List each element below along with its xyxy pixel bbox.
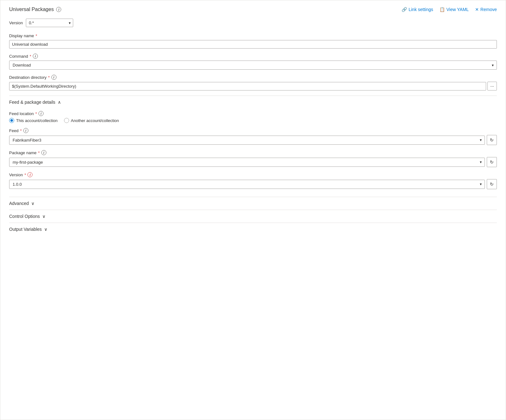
- control-options-section-header[interactable]: Control Options ∨: [9, 210, 497, 223]
- package-name-select[interactable]: my-first-package: [9, 158, 485, 167]
- version-package-refresh-icon: ↻: [490, 182, 494, 187]
- version-package-label: Version * i: [9, 172, 497, 177]
- feed-select-row: FabrikamFiber3 ▾ ↻: [9, 135, 497, 145]
- destination-directory-input[interactable]: [9, 82, 486, 90]
- dest-dir-row: ···: [9, 82, 497, 90]
- feed-select[interactable]: FabrikamFiber3: [9, 136, 485, 145]
- destination-directory-field: Destination directory * i ···: [9, 75, 497, 90]
- yaml-icon: 📋: [439, 7, 445, 12]
- feed-package-section-body: Feed location * i This account/collectio…: [9, 108, 497, 197]
- command-info-icon[interactable]: i: [33, 54, 38, 59]
- command-required: *: [30, 54, 31, 59]
- feed-label: Feed * i: [9, 128, 497, 133]
- package-name-label: Package name * i: [9, 150, 497, 155]
- ellipsis-icon: ···: [490, 84, 494, 89]
- feed-required: *: [20, 128, 22, 133]
- link-icon: 🔗: [402, 7, 407, 12]
- version-select[interactable]: 0.*: [26, 19, 73, 27]
- output-variables-chevron-icon: ∨: [44, 227, 47, 232]
- display-name-required: *: [36, 33, 37, 38]
- destination-directory-label: Destination directory * i: [9, 75, 497, 80]
- radio-another-account[interactable]: Another account/collection: [64, 118, 119, 123]
- radio-another-account-circle: [64, 118, 69, 123]
- display-name-input[interactable]: [9, 40, 497, 49]
- close-icon: ✕: [475, 7, 479, 12]
- browse-button[interactable]: ···: [487, 82, 497, 90]
- package-name-field: Package name * i my-first-package ▾ ↻: [9, 150, 497, 167]
- package-name-select-wrapper: my-first-package ▾: [9, 158, 485, 167]
- package-name-required: *: [38, 150, 40, 155]
- feed-location-field: Feed location * i This account/collectio…: [9, 111, 497, 123]
- page-header: Universal Packages i 🔗 Link settings 📋 V…: [9, 7, 497, 12]
- feed-refresh-button[interactable]: ↻: [487, 135, 497, 145]
- feed-location-info-icon[interactable]: i: [38, 111, 44, 116]
- version-package-required: *: [24, 172, 26, 177]
- version-package-select-wrapper: 1.0.0 ▾: [9, 180, 485, 189]
- feed-location-required: *: [35, 111, 37, 116]
- view-yaml-button[interactable]: 📋 View YAML: [439, 7, 469, 12]
- command-select-wrapper: Download Publish ▾: [9, 61, 497, 70]
- title-info-icon[interactable]: i: [56, 7, 61, 12]
- command-select[interactable]: Download Publish: [9, 61, 497, 70]
- page-title: Universal Packages: [9, 7, 54, 12]
- advanced-chevron-icon: ∨: [31, 201, 34, 206]
- version-package-field: Version * i 1.0.0 ▾ ↻: [9, 172, 497, 189]
- dest-dir-required: *: [48, 75, 50, 80]
- feed-location-label: Feed location * i: [9, 111, 497, 116]
- package-name-refresh-button[interactable]: ↻: [487, 157, 497, 167]
- feed-field: Feed * i FabrikamFiber3 ▾ ↻: [9, 128, 497, 145]
- version-package-select[interactable]: 1.0.0: [9, 180, 485, 189]
- control-options-chevron-icon: ∨: [42, 214, 45, 219]
- command-label: Command * i: [9, 54, 497, 59]
- header-actions: 🔗 Link settings 📋 View YAML ✕ Remove: [402, 7, 497, 12]
- feed-location-radio-group: This account/collection Another account/…: [9, 118, 497, 123]
- feed-package-chevron-icon: ∧: [58, 100, 61, 105]
- feed-info-icon[interactable]: i: [23, 128, 28, 133]
- link-settings-button[interactable]: 🔗 Link settings: [402, 7, 433, 12]
- feed-package-section-header[interactable]: Feed & package details ∧: [9, 96, 497, 108]
- feed-refresh-icon: ↻: [490, 137, 494, 143]
- remove-button[interactable]: ✕ Remove: [475, 7, 497, 12]
- page-title-area: Universal Packages i: [9, 7, 61, 12]
- version-label: Version: [9, 20, 23, 25]
- command-field: Command * i Download Publish ▾: [9, 54, 497, 70]
- version-select-wrapper: 0.* ▾: [26, 19, 73, 27]
- package-name-refresh-icon: ↻: [490, 160, 494, 165]
- package-name-select-row: my-first-package ▾ ↻: [9, 157, 497, 167]
- feed-select-wrapper: FabrikamFiber3 ▾: [9, 136, 485, 145]
- radio-this-account-circle: [9, 118, 14, 123]
- version-package-refresh-button[interactable]: ↻: [487, 179, 497, 189]
- version-package-info-icon[interactable]: i: [27, 172, 32, 177]
- output-variables-section-header[interactable]: Output Variables ∨: [9, 223, 497, 236]
- advanced-section-header[interactable]: Advanced ∨: [9, 197, 497, 210]
- dest-dir-info-icon[interactable]: i: [51, 75, 56, 80]
- display-name-label: Display name *: [9, 33, 497, 38]
- version-package-select-row: 1.0.0 ▾ ↻: [9, 179, 497, 189]
- package-name-info-icon[interactable]: i: [41, 150, 46, 155]
- version-row: Version 0.* ▾: [9, 19, 497, 27]
- radio-this-account[interactable]: This account/collection: [9, 118, 58, 123]
- display-name-field: Display name *: [9, 33, 497, 49]
